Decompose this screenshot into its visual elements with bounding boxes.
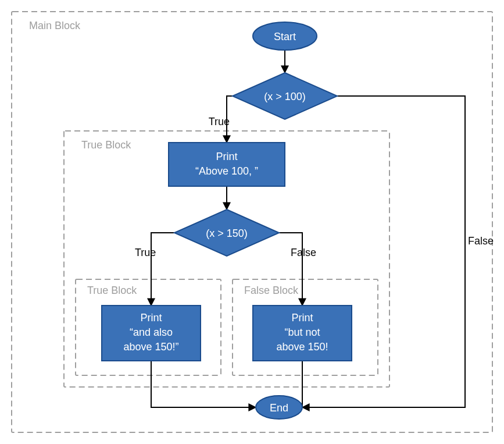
false-block-inner-label: False Block — [244, 285, 299, 296]
edge-cond2-false-label: False — [291, 247, 316, 258]
edge-cond2-true-label: True — [135, 247, 156, 258]
edge-cond1-true-label: True — [209, 116, 230, 127]
end-node-label: End — [270, 402, 288, 414]
process-node-print1-line1: Print — [216, 151, 237, 162]
process-node-print2a-line1: Print — [140, 312, 162, 324]
process-node-print2b-line1: Print — [291, 312, 313, 324]
decision-node-2-label: (x > 150) — [206, 228, 248, 239]
process-node-print2a-line2: “and also — [130, 326, 173, 338]
true-block-outer-label: True Block — [81, 139, 131, 151]
edge-cond1-false-label: False — [468, 235, 494, 247]
decision-node-1-label: (x > 100) — [264, 91, 306, 102]
process-node-print1-line2: “Above 100, ” — [195, 165, 258, 177]
start-node-label: Start — [274, 31, 296, 42]
process-node-print2b-line2: “but not — [284, 326, 320, 338]
true-block-inner-label: True Block — [87, 285, 137, 296]
edge-print2a-to-end — [151, 361, 256, 407]
process-node-print2b-line3: above 150! — [276, 341, 328, 353]
process-node-print2a-line3: above 150!” — [123, 341, 178, 353]
process-node-print1 — [169, 143, 285, 186]
main-block-label: Main Block — [29, 20, 81, 31]
edge-cond2-true — [151, 233, 174, 306]
